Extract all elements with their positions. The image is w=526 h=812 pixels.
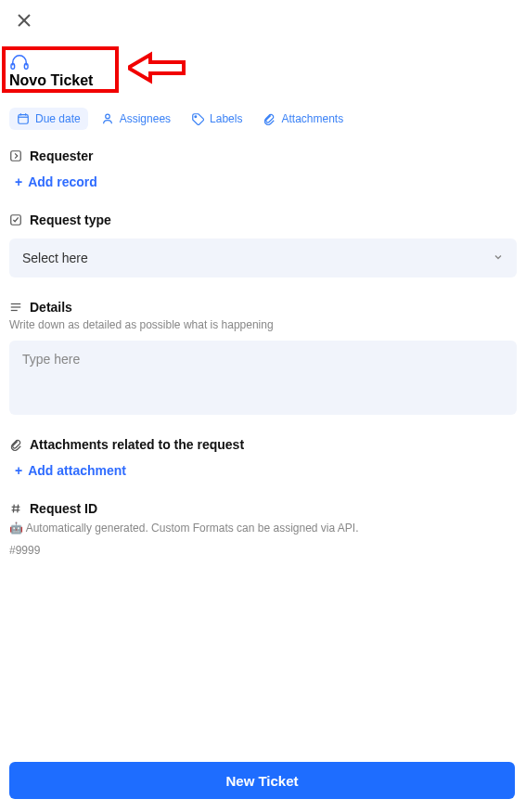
labels-pill[interactable]: Labels (184, 108, 250, 130)
details-placeholder: Type here (22, 352, 80, 367)
attachments-label-strong: request (197, 437, 244, 452)
page-title: Novo Ticket (9, 72, 111, 89)
details-hint: Write down as detailed as possible what … (9, 318, 517, 331)
svg-rect-5 (19, 115, 29, 124)
headset-icon (9, 58, 30, 73)
assignees-pill[interactable]: Assignees (94, 108, 178, 130)
details-section: Details Write down as detailed as possib… (9, 300, 517, 415)
request-id-note-text: Automatically generated. Custom Formats … (26, 522, 359, 535)
close-icon (17, 15, 32, 31)
chevron-down-icon (493, 251, 504, 265)
svg-rect-11 (11, 151, 21, 161)
requester-section: Requester + Add record (9, 148, 517, 190)
svg-marker-4 (128, 55, 184, 81)
request-id-section: Request ID 🤖 Automatically generated. Cu… (9, 501, 517, 557)
robot-icon: 🤖 (9, 522, 26, 535)
add-attachment-label: Add attachment (28, 463, 126, 478)
new-ticket-button-label: New Ticket (225, 773, 298, 789)
add-attachment-button[interactable]: + Add attachment (15, 463, 126, 478)
paperclip-icon (263, 112, 276, 125)
chevron-right-square-icon (9, 149, 22, 162)
requester-label: Requester (30, 148, 93, 163)
close-button[interactable] (17, 13, 35, 32)
header-highlight-box: Novo Ticket (2, 46, 119, 93)
attachments-pill-label: Attachments (281, 112, 343, 125)
hash-icon (9, 502, 22, 515)
tag-icon (191, 112, 204, 125)
svg-line-18 (13, 505, 14, 513)
annotation-arrow-icon (128, 51, 193, 88)
svg-point-10 (195, 116, 197, 118)
attachments-label: Attachments related to the request (30, 437, 244, 452)
attachments-pill[interactable]: Attachments (255, 108, 351, 130)
request-id-value: #9999 (9, 544, 517, 557)
request-type-placeholder: Select here (22, 251, 88, 265)
attachments-label-prefix: Attachments related to the (30, 437, 197, 452)
request-type-select[interactable]: Select here (9, 238, 517, 277)
request-type-section: Request type Select here (9, 213, 517, 277)
due-date-pill-label: Due date (35, 112, 81, 125)
add-record-label: Add record (28, 174, 97, 189)
labels-pill-label: Labels (210, 112, 242, 125)
check-square-icon (9, 213, 22, 226)
plus-icon: + (15, 174, 22, 189)
paperclip-icon (9, 438, 22, 451)
request-id-note: 🤖 Automatically generated. Custom Format… (9, 522, 517, 535)
lines-icon (9, 301, 22, 314)
new-ticket-button[interactable]: New Ticket (9, 762, 515, 799)
calendar-icon (17, 112, 30, 125)
plus-icon: + (15, 463, 22, 478)
details-label: Details (30, 300, 72, 315)
svg-point-9 (105, 114, 109, 119)
add-record-button[interactable]: + Add record (15, 174, 97, 189)
request-type-label: Request type (30, 213, 111, 227)
person-icon (101, 112, 114, 125)
due-date-pill[interactable]: Due date (9, 108, 88, 130)
svg-line-19 (18, 505, 19, 513)
details-textarea[interactable]: Type here (9, 341, 517, 415)
attachments-section: Attachments related to the request + Add… (9, 437, 517, 479)
request-id-label: Request ID (30, 501, 97, 516)
quick-actions-row: Due date Assignees Labels Attachments (9, 108, 351, 130)
assignees-pill-label: Assignees (120, 112, 171, 125)
